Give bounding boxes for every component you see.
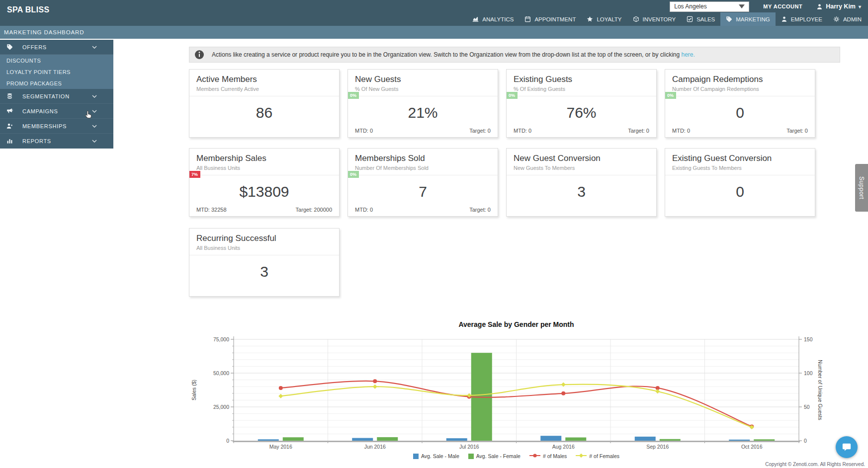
nav-item-sales[interactable]: SALES	[681, 12, 720, 26]
chevron-down-icon	[86, 125, 108, 128]
location-selector[interactable]: Los Angeles	[670, 1, 749, 12]
card-body: 0%7	[348, 175, 498, 200]
svg-text:0: 0	[226, 438, 229, 444]
svg-text:May 2016: May 2016	[269, 444, 292, 450]
card-subtitle: % Of Existing Guests	[507, 84, 656, 96]
nav-label: ADMIN	[843, 16, 862, 22]
marketing-dashboard: SPA BLISS Los Angeles MY ACCOUNT Harry K…	[0, 0, 868, 468]
bar-chart-icon	[0, 138, 22, 144]
svg-text:Jun 2016: Jun 2016	[364, 444, 386, 450]
sidebar-item-label: MEMBERSHIPS	[22, 123, 86, 129]
location-value: Los Angeles	[674, 3, 706, 10]
card-title: Existing Guests	[507, 70, 656, 84]
sidebar-item-reports[interactable]: REPORTS	[0, 134, 113, 149]
change-badge: 7%	[189, 171, 200, 178]
card-title: Campaign Redemptions	[665, 70, 815, 84]
card-footer: MTD: 0Target: 0	[514, 128, 649, 134]
nav-label: INVENTORY	[643, 16, 676, 22]
analytics-icon	[472, 16, 479, 22]
card-footer: MTD: 0Target: 0	[672, 128, 808, 134]
card-title: Memberships Sold	[348, 149, 498, 163]
nav-item-appointment[interactable]: APPOINTMENT	[519, 12, 581, 26]
card-footer: MTD: 32258Target: 200000	[196, 207, 332, 213]
page-title: MARKETING DASHBOARD	[4, 29, 85, 35]
top-right-controls: Los Angeles MY ACCOUNT Harry Kim ▾	[670, 1, 861, 12]
mtd-value: MTD: 0	[355, 128, 373, 134]
card-value: 21%	[348, 104, 498, 121]
change-badge: 0%	[507, 92, 518, 99]
card-value: 0	[665, 183, 815, 200]
chevron-down-icon	[86, 140, 108, 143]
kpi-card-active-members: Active MembersMembers Currently Active86	[189, 69, 340, 138]
svg-text:Oct 2016: Oct 2016	[741, 444, 763, 450]
sidebar-subitem-promo-packages[interactable]: PROMO PACKAGES	[0, 78, 113, 89]
card-title: New Guest Conversion	[507, 149, 656, 163]
info-icon	[194, 50, 204, 60]
kpi-card-new-guests: New Guests% Of New Guests0%21%MTD: 0Targ…	[347, 69, 498, 138]
card-body: 0%0	[665, 96, 815, 121]
card-title: Active Members	[189, 70, 339, 84]
mtd-value: MTD: 0	[355, 207, 373, 213]
banner-here-link[interactable]: here.	[681, 51, 694, 58]
card-title: New Guests	[348, 70, 498, 84]
calendar-icon	[524, 16, 531, 22]
main-nav: ANALYTICSAPPOINTMENTLOYALTYINVENTORYSALE…	[467, 12, 867, 26]
kpi-card-new-guest-conversion: New Guest ConversionNew Guests To Member…	[506, 148, 657, 217]
nav-item-analytics[interactable]: ANALYTICS	[467, 12, 519, 26]
sidebar-subitem-discounts[interactable]: DISCOUNTS	[0, 55, 113, 66]
legend-marker	[468, 454, 474, 459]
sidebar-item-segmentation[interactable]: SEGMENTATION	[0, 89, 113, 104]
card-body: 7%$13809	[189, 175, 339, 200]
copyright-text: Copyright © Zenoti.com. All Rights Reser…	[765, 462, 865, 467]
nav-label: EMPLOYEE	[791, 16, 822, 22]
sidebar-subitem-loyalty-point-tiers[interactable]: LOYALTY POINT TIERS	[0, 66, 113, 78]
person-icon	[781, 16, 787, 22]
chat-button[interactable]	[836, 436, 858, 458]
sidebar-item-campaigns[interactable]: CAMPAIGNS	[0, 104, 113, 119]
legend-item-of-males: # of Males	[529, 453, 567, 459]
card-body: 3	[507, 175, 656, 200]
card-subtitle: % Of New Guests	[348, 84, 498, 96]
legend-marker	[413, 454, 419, 459]
nav-item-marketing[interactable]: MARKETING	[720, 12, 775, 26]
card-body: 86	[189, 96, 339, 121]
legend-label: # of Females	[589, 453, 619, 459]
chart-section: 025,00050,00075,000050100150May 2016Jun …	[179, 318, 848, 462]
card-value: $13809	[189, 183, 339, 200]
sidebar-item-label: REPORTS	[22, 138, 86, 144]
svg-text:50: 50	[804, 404, 810, 410]
svg-text:0: 0	[804, 438, 807, 444]
megaphone-icon	[0, 108, 22, 114]
chart-legend: Avg. Sale - MaleAvg. Sale - Female# of M…	[234, 453, 799, 459]
user-icon	[816, 3, 823, 10]
info-banner: Actions like creating a service or produ…	[189, 47, 840, 63]
card-title: Existing Guest Conversion	[665, 149, 815, 163]
svg-text:150: 150	[804, 336, 813, 342]
nav-item-inventory[interactable]: INVENTORY	[627, 12, 682, 26]
legend-label: Avg. Sale - Male	[421, 453, 459, 459]
card-value: 86	[189, 104, 339, 121]
sales-gender-chart: 025,00050,00075,000050100150May 2016Jun …	[179, 318, 848, 462]
support-tab[interactable]: Support	[855, 164, 868, 212]
kpi-row-2: Membership SalesAll Business Units7%$138…	[189, 148, 815, 217]
kpi-card-existing-guests: Existing Guests% Of Existing Guests0%76%…	[506, 69, 657, 138]
my-account-button[interactable]: MY ACCOUNT	[763, 3, 802, 9]
user-menu-button[interactable]: Harry Kim ▾	[816, 3, 861, 10]
legend-marker	[529, 453, 540, 459]
banner-text: Actions like creating a service or produ…	[212, 51, 695, 58]
card-body: 0	[665, 175, 815, 200]
user-plus-icon	[0, 123, 22, 129]
gear-icon	[833, 16, 840, 22]
kpi-card-existing-guest-conversion: Existing Guest ConversionExisting Guests…	[665, 148, 815, 217]
kpi-row-3: Recurring SuccessfulAll Business Units3	[189, 228, 340, 297]
sidebar-item-offers[interactable]: OFFERS	[0, 40, 113, 55]
kpi-card-campaign-redemptions: Campaign RedemptionsNumber Of Campaign R…	[665, 69, 815, 138]
nav-item-employee[interactable]: EMPLOYEE	[776, 12, 828, 26]
nav-item-loyalty[interactable]: LOYALTY	[581, 12, 627, 26]
card-body: 0%21%	[348, 96, 498, 121]
card-value: 3	[189, 263, 339, 280]
card-subtitle: New Guests To Members	[507, 163, 656, 175]
sidebar-item-memberships[interactable]: MEMBERSHIPS	[0, 119, 113, 134]
nav-item-admin[interactable]: ADMIN	[828, 12, 867, 26]
chat-icon	[841, 442, 852, 453]
